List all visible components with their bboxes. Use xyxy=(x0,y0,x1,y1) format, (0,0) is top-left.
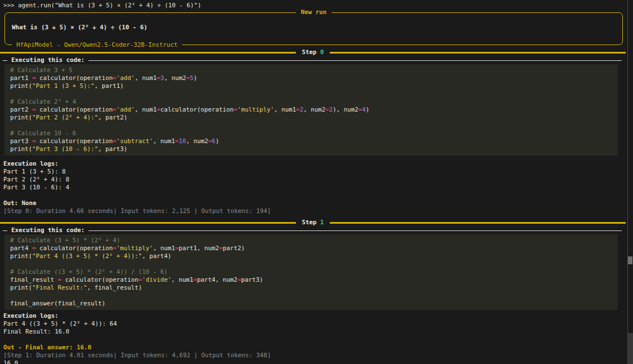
rule-bar-left xyxy=(0,222,296,224)
final-answer-line: Out - Final answer: 16.0 xyxy=(0,344,626,352)
step-1-number: 1 xyxy=(320,219,324,226)
code-line: part1 = calculator(operation='add', num1… xyxy=(10,74,612,82)
blank-line xyxy=(0,192,626,199)
code-line xyxy=(10,292,612,300)
step-1-rule: Step 1 xyxy=(0,219,626,227)
step-0-label: Step 0 xyxy=(296,48,329,56)
execution-log-lines: Part 1 (3 + 5): 8Part 2 (2² + 4): 8Part … xyxy=(0,168,626,192)
rule-bar-left xyxy=(0,52,296,54)
code-line xyxy=(10,90,612,98)
bottom-right-corner-block xyxy=(628,333,633,364)
step-0-rule: Step 0 xyxy=(0,48,626,56)
log-line: Part 1 (3 + 5): 8 xyxy=(0,168,626,176)
code-line: print("Part 3 (10 - 6):", part3) xyxy=(10,145,612,153)
step-0-code-block: # Calculate 3 + 5part1 = calculator(oper… xyxy=(5,64,618,156)
code-line: # Calculate 2² + 4 xyxy=(10,98,612,106)
execution-log-lines: Part 4 ((3 + 5) * (2² + 4)): 64Final Res… xyxy=(0,320,626,336)
pane-separator xyxy=(627,0,628,364)
out-line: Out: None xyxy=(0,199,626,207)
blank-line xyxy=(0,336,626,344)
repl-return-value: 16.0 xyxy=(0,359,626,364)
log-line: Part 3 (10 - 6): 4 xyxy=(0,184,626,192)
code-line: final_answer(final_result) xyxy=(10,300,612,308)
code-line xyxy=(10,122,612,130)
execution-logs-header: Execution logs: xyxy=(0,160,626,168)
rule-bar-right xyxy=(330,222,626,224)
code-line: print("Final Result:", final_result) xyxy=(10,284,612,292)
model-subtitle: HfApiModel - Qwen/Qwen2.5-Coder-32B-Inst… xyxy=(12,41,182,49)
code-line: part4 = calculator(operation='multiply',… xyxy=(10,245,612,252)
new-run-panel: New run What is (3 + 5) × (2² + 4) ÷ (10… xyxy=(5,12,623,45)
rule-lead-dash xyxy=(3,60,7,61)
code-line xyxy=(10,260,612,268)
code-line: # Calculate 10 - 6 xyxy=(10,130,612,137)
code-line: # Calculate ((3 + 5) * (2² + 4)) / (10 -… xyxy=(10,268,612,276)
step-0-number: 0 xyxy=(320,48,324,56)
log-line: Final Result: 16.0 xyxy=(0,328,626,336)
scrollbar-thumb[interactable] xyxy=(628,256,632,264)
log-line: Part 4 ((3 + 5) * (2² + 4)): 64 xyxy=(0,320,626,328)
step-1-code-block: # Calculate (3 + 5) * (2² + 4)part4 = ca… xyxy=(5,234,618,310)
rule-tail-line xyxy=(88,230,622,231)
rule-bar-right xyxy=(330,52,626,54)
rule-lead-dash xyxy=(3,230,7,231)
code-line: final_result = calculator(operation='div… xyxy=(10,276,612,284)
executing-code-label: Executing this code: xyxy=(7,56,88,64)
step-0-logs: Execution logs: Part 1 (3 + 5): 8Part 2 … xyxy=(0,160,626,215)
step-0-code-header: Executing this code: xyxy=(0,56,626,64)
terminal-output: >>> agent.run("What is (3 + 5) × (2² + 4… xyxy=(0,0,626,364)
code-line: print("Part 4 ((3 + 5) * (2² + 4)):", pa… xyxy=(10,252,612,260)
out-label: Out: xyxy=(3,199,18,207)
step-1-footer: [Step 1: Duration 4.01 seconds| Input to… xyxy=(0,352,626,359)
code-line: # Calculate (3 + 5) * (2² + 4) xyxy=(10,237,612,245)
clipped-previous-line xyxy=(6,0,18,2)
code-line: # Calculate 3 + 5 xyxy=(10,66,612,74)
new-run-panel-title: New run xyxy=(296,8,332,16)
code-line: part2 = calculator(operation='add', num1… xyxy=(10,106,612,114)
step-1-logs: Execution logs: Part 4 ((3 + 5) * (2² + … xyxy=(0,312,626,364)
step-1-label: Step 1 xyxy=(296,219,329,227)
rule-tail-line xyxy=(88,60,622,61)
code-line: part3 = calculator(operation='subtract',… xyxy=(10,137,612,145)
executing-code-label: Executing this code: xyxy=(7,227,88,234)
code-line: print("Part 1 (3 + 5):", part1) xyxy=(10,82,612,90)
step-0-footer: [Step 0: Duration 4.66 seconds| Input to… xyxy=(0,207,626,215)
execution-logs-header: Execution logs: xyxy=(0,312,626,320)
out-value: None xyxy=(18,199,37,207)
log-line: Part 2 (2² + 4): 8 xyxy=(0,176,626,184)
code-line: print("Part 2 (2² + 4):", part2) xyxy=(10,114,612,122)
step-1-code-header: Executing this code: xyxy=(0,227,626,234)
